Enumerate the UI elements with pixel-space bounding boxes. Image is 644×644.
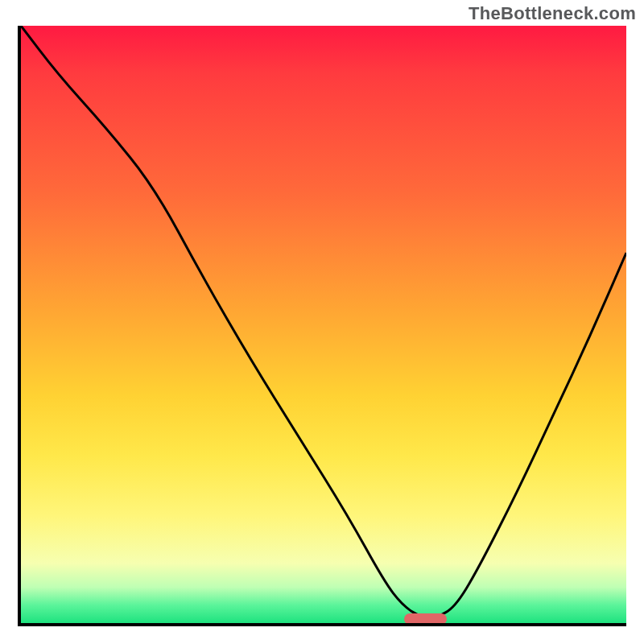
chart-curve — [21, 26, 626, 623]
attribution-label: TheBottleneck.com — [469, 3, 636, 24]
optimum-marker — [404, 613, 447, 625]
chart-plot-area — [18, 26, 626, 626]
